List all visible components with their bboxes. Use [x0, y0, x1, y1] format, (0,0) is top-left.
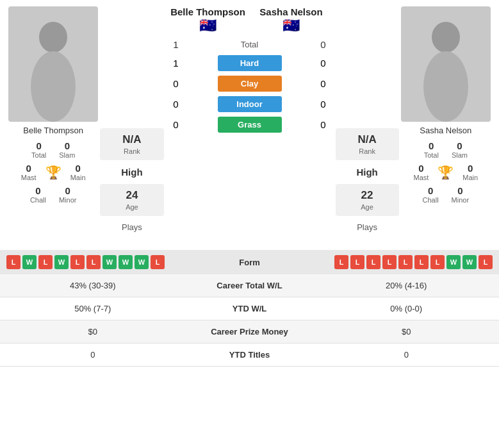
- right-main-label: Main: [462, 174, 478, 181]
- total-right-score: 0: [314, 39, 333, 50]
- form-badge: L: [70, 255, 85, 269]
- stats-center-label: YTD W/L: [186, 304, 314, 313]
- svg-point-0: [39, 22, 67, 53]
- stats-row: $0Career Prize Money$0: [0, 320, 499, 344]
- total-row: 1 Total 0: [164, 38, 336, 51]
- form-badge: L: [6, 255, 20, 269]
- stats-row: 43% (30-39)Career Total W/L20% (4-16): [0, 274, 499, 297]
- stats-row: 0YTD Titles0: [0, 344, 499, 367]
- right-form-badges: LLLLLLLWWL: [334, 255, 493, 269]
- right-slam-label: Slam: [452, 151, 468, 159]
- left-trophy-row: 0 Mast 🏆 0 Main: [21, 163, 86, 181]
- form-badge: W: [22, 255, 37, 269]
- indoor-row: 0 Indoor 0: [164, 95, 336, 113]
- right-main-value: 0: [468, 163, 473, 174]
- hard-left-score: 1: [167, 58, 186, 69]
- form-badge: W: [54, 255, 69, 269]
- svg-point-2: [432, 22, 460, 53]
- left-stats-row2: 0 Chall 0 Minor: [30, 185, 77, 204]
- right-age-value: 22: [361, 189, 373, 202]
- left-main-label: Main: [70, 174, 86, 181]
- grass-right-score: 0: [314, 119, 333, 130]
- left-player-photo: [8, 6, 98, 122]
- stats-left-value: 50% (7-7): [0, 304, 186, 313]
- form-badge: W: [462, 255, 477, 269]
- left-trophy-icon: 🏆: [45, 165, 61, 180]
- hard-right-score: 0: [314, 58, 333, 69]
- form-badge: L: [151, 255, 165, 269]
- form-badge: L: [350, 255, 364, 269]
- right-minor-stat: 0 Minor: [452, 185, 470, 204]
- left-player-name: Belle Thompson: [23, 126, 83, 135]
- indoor-right-score: 0: [314, 99, 333, 110]
- form-badge: L: [398, 255, 413, 269]
- left-chall-value: 0: [35, 185, 40, 196]
- grass-badge: Grass: [218, 117, 282, 133]
- left-mast-value: 0: [26, 163, 31, 174]
- left-plays-label: Plays: [100, 216, 163, 238]
- stats-right-value: 20% (4-16): [314, 281, 500, 290]
- left-info-col: N/A Rank High 24 Age Plays: [100, 6, 163, 238]
- form-badge: W: [102, 255, 117, 269]
- form-badge: L: [414, 255, 429, 269]
- right-flag: 🇦🇺: [250, 17, 333, 34]
- left-rank-value: N/A: [122, 133, 141, 146]
- right-player-photo: [401, 6, 491, 122]
- stats-center-label: Career Prize Money: [186, 327, 314, 336]
- indoor-left-score: 0: [167, 99, 186, 110]
- grass-left-score: 0: [167, 119, 186, 130]
- total-left-score: 1: [167, 39, 186, 50]
- right-mast-value: 0: [418, 163, 423, 174]
- left-age-value: 24: [126, 189, 138, 202]
- form-badge: W: [135, 255, 149, 269]
- left-minor-value: 0: [65, 185, 70, 196]
- right-plays-label: Plays: [336, 216, 399, 238]
- right-total-stat: 0 Total: [424, 140, 439, 159]
- left-player-card: Belle Thompson 0 Total 0 Slam 0 Mast 🏆: [6, 6, 100, 238]
- right-trophy-row: 0 Mast 🏆 0 Main: [413, 163, 478, 181]
- left-minor-label: Minor: [59, 196, 77, 204]
- left-chall-stat: 0 Chall: [30, 185, 46, 204]
- hard-badge: Hard: [218, 55, 282, 71]
- left-mast-stat: 0 Mast: [21, 163, 37, 181]
- stats-left-value: 43% (30-39): [0, 281, 186, 290]
- right-rank-box: N/A Rank: [336, 128, 399, 160]
- clay-row: 0 Clay 0: [164, 74, 336, 93]
- right-rank-label: Rank: [359, 147, 375, 155]
- right-slam-stat: 0 Slam: [452, 140, 468, 159]
- left-age-label: Age: [126, 203, 138, 211]
- right-age-box: 22 Age: [336, 184, 399, 216]
- left-main-stat: 0 Main: [70, 163, 86, 181]
- form-badge: L: [86, 255, 101, 269]
- right-total-label: Total: [424, 151, 439, 159]
- left-total-label: Total: [31, 151, 46, 159]
- right-minor-label: Minor: [452, 196, 470, 204]
- indoor-badge: Indoor: [218, 96, 282, 112]
- left-total-stat: 0 Total: [31, 140, 46, 159]
- left-stats-row1: 0 Total 0 Slam: [31, 140, 75, 159]
- form-badge: L: [38, 255, 53, 269]
- right-trophy-icon: 🏆: [438, 165, 454, 180]
- left-header-name: Belle Thompson 🇦🇺: [167, 6, 250, 34]
- right-minor-value: 0: [457, 185, 462, 196]
- stats-left-value: 0: [0, 350, 186, 360]
- right-level: High: [336, 163, 399, 181]
- right-chall-label: Chall: [423, 196, 439, 204]
- svg-point-3: [423, 51, 468, 122]
- right-header-name: Sasha Nelson 🇦🇺: [250, 6, 333, 34]
- form-section: LWLWLLWWWL Form LLLLLLLWWL: [0, 250, 499, 274]
- svg-point-1: [31, 51, 76, 122]
- left-minor-stat: 0 Minor: [59, 185, 77, 204]
- right-chall-value: 0: [428, 185, 433, 196]
- left-slam-value: 0: [65, 140, 70, 151]
- left-slam-stat: 0 Slam: [59, 140, 75, 159]
- form-badge: L: [430, 255, 445, 269]
- right-mast-label: Mast: [413, 174, 429, 181]
- left-silhouette-icon: [24, 19, 82, 122]
- main-container: Belle Thompson 0 Total 0 Slam 0 Mast 🏆: [0, 0, 499, 367]
- left-age-box: 24 Age: [100, 184, 163, 216]
- form-badge: L: [479, 255, 493, 269]
- left-chall-label: Chall: [30, 196, 46, 204]
- right-player-card: Sasha Nelson 0 Total 0 Slam 0 Mast 🏆: [399, 6, 493, 238]
- stats-table: 43% (30-39)Career Total W/L20% (4-16)50%…: [0, 274, 499, 367]
